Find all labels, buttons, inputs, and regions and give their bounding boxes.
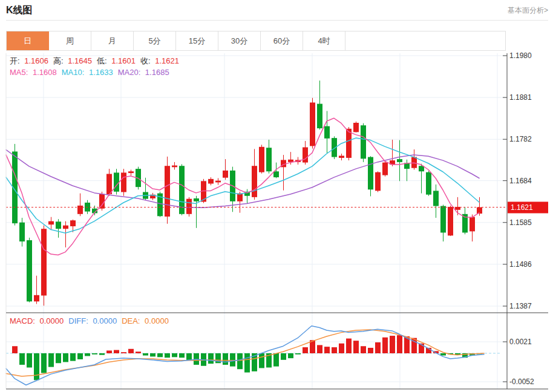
legend-item: MA5: 1.1608 <box>10 68 59 77</box>
macd-bar <box>281 353 286 360</box>
y-axis-label: 1.1980 <box>509 51 532 60</box>
candle-body <box>303 147 308 162</box>
candle-body <box>172 166 177 168</box>
candle-body <box>317 104 322 128</box>
macd-bar <box>186 353 192 360</box>
candle-body <box>165 166 170 217</box>
ma5-line <box>6 118 479 255</box>
current-price-badge: 1.1621 <box>508 201 548 213</box>
legend-item: 开: 1.1606 <box>10 56 51 65</box>
ma10-line <box>6 138 479 233</box>
legend-item: 高: 1.1645 <box>53 56 94 65</box>
candle-body <box>121 172 126 192</box>
macd-bar <box>244 353 250 373</box>
candle-body <box>259 147 264 172</box>
candle-body <box>361 125 366 158</box>
candle-body <box>27 240 32 301</box>
macd-bar <box>223 353 228 365</box>
macd-bar <box>77 353 83 359</box>
macd-bar <box>56 353 61 363</box>
legend-item: MACD: 0.0000 <box>10 316 66 325</box>
legend-item: MA20: 1.1685 <box>118 68 172 77</box>
macd-bar <box>121 352 126 353</box>
legend-item: DIFF: 0.0000 <box>68 316 119 325</box>
macd-bar <box>237 353 243 369</box>
candle-body <box>77 206 83 214</box>
y-axis-label: 1.1684 <box>509 177 532 185</box>
macd-bar <box>70 353 76 361</box>
legend-item: 收: 1.1621 <box>140 56 182 65</box>
macd-bar <box>172 353 177 357</box>
macd-bar <box>106 350 112 353</box>
macd-bar <box>165 353 170 358</box>
y-axis-label: 0.0021 <box>509 338 532 346</box>
candle-body <box>70 220 76 226</box>
candle-body <box>339 155 344 157</box>
candle-body <box>186 199 192 214</box>
candle-body <box>324 126 330 139</box>
macd-bar <box>143 353 148 356</box>
candle-body <box>194 198 199 201</box>
candle-body <box>397 159 402 162</box>
macd-bar <box>157 353 163 357</box>
macd-bar <box>368 348 373 353</box>
macd-bar <box>136 351 141 353</box>
macd-bar <box>150 353 155 356</box>
y-axis-label: 1.1585 <box>509 218 532 227</box>
candle-body <box>411 157 417 168</box>
y-axis-label: 1.1782 <box>509 135 532 143</box>
candle-body <box>34 295 39 301</box>
candle-body <box>63 226 68 229</box>
macd-bar <box>85 353 90 356</box>
ma-legend: MA5: 1.1608MA10: 1.1633MA20: 1.1685 <box>10 68 174 77</box>
candle-body <box>346 129 352 158</box>
macd-bar <box>34 353 39 380</box>
macd-bar <box>179 353 185 358</box>
macd-bar <box>92 353 97 354</box>
candle-body <box>426 172 431 195</box>
macd-bar <box>324 347 330 353</box>
candle-body <box>273 171 279 177</box>
y-axis-label: 1.1881 <box>509 93 532 102</box>
candle-body <box>368 157 373 190</box>
y-axis-label: -0.0052 <box>509 377 534 386</box>
macd-bar <box>128 349 134 353</box>
macd-bar <box>41 353 47 373</box>
candle-body <box>375 172 381 191</box>
candle-body <box>128 171 134 173</box>
candle-body <box>114 172 119 191</box>
candle-body <box>99 194 105 209</box>
macd-bar <box>27 353 32 368</box>
macd-bar <box>317 345 322 353</box>
macd-bar <box>390 336 395 353</box>
macd-bar <box>19 353 25 365</box>
candle-body <box>310 102 315 146</box>
candle-body <box>252 166 257 197</box>
candle-body <box>223 171 228 178</box>
macd-bar <box>63 353 68 362</box>
macd-bar <box>375 342 381 353</box>
macd-bar <box>288 353 293 358</box>
candle-body <box>448 207 453 235</box>
candle-body <box>440 206 446 233</box>
legend-item: DEA: 0.0000 <box>122 316 171 325</box>
candle-body <box>470 217 475 232</box>
candle-body <box>266 148 272 171</box>
macd-bar <box>12 346 18 353</box>
candle-body <box>56 221 61 229</box>
legend-item: 低: 1.1601 <box>97 56 138 65</box>
macd-bar <box>208 353 214 364</box>
y-axis-label: 1.1486 <box>509 260 532 269</box>
macd-bar <box>259 353 264 368</box>
ohlc-legend: 开: 1.1606高: 1.1645低: 1.1601收: 1.1621 <box>10 56 184 67</box>
candle-body <box>41 229 47 295</box>
macd-bar <box>332 347 337 353</box>
candle-body <box>353 123 359 132</box>
legend-item: MA10: 1.1633 <box>62 68 116 77</box>
macd-bar <box>353 341 359 353</box>
y-axis-label: 1.1387 <box>509 302 532 310</box>
macd-bar <box>295 353 301 354</box>
macd-bar <box>361 346 366 353</box>
candle-body <box>208 179 214 184</box>
candle-body <box>19 223 25 241</box>
